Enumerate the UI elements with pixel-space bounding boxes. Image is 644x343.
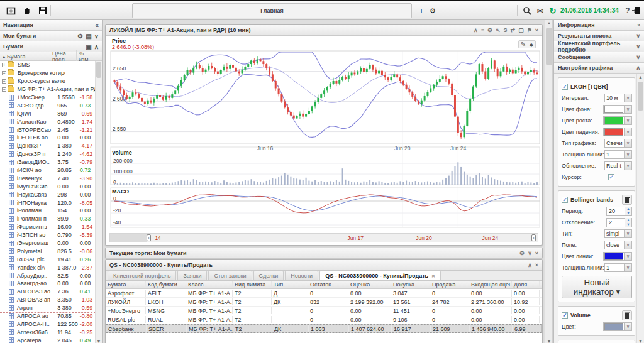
bg-color-select[interactable]: ∨ <box>603 105 632 114</box>
table-row[interactable]: СбербанкSBERМБ ФР: Т+ А1-А..Т2ДК1 0631 4… <box>106 324 542 333</box>
instrument-row[interactable]: iНаукаСвяз2980.00 <box>0 190 96 199</box>
workspace-scrollbar[interactable]: ▲ ▼ <box>545 20 553 343</box>
new-window-icon[interactable] <box>5 4 18 17</box>
price-chart[interactable]: Jun 16Jun 20Jun 242 6502 6002 550Volume2… <box>106 36 542 231</box>
trade-tab[interactable]: Сделки <box>253 271 284 280</box>
my-papers-header[interactable]: Мои бумаги ⚙ ▤ ∨ <box>0 31 102 41</box>
instrument-row[interactable]: Yandex clA1 387.0-2.87 <box>0 263 96 271</box>
instrument-row[interactable]: RUSAL plc19.410.26 <box>0 255 96 263</box>
chart-navigator[interactable]: 14Jun 17Jun 20Jun 24‖‖ <box>109 233 538 242</box>
add-tab-button[interactable]: + <box>415 4 428 17</box>
trade-tab[interactable]: Стоп-заявки <box>208 271 252 280</box>
bollinger-type-select[interactable]: simpl∨ <box>604 229 632 238</box>
mail-icon[interactable]: ✉ <box>534 4 547 17</box>
table-row[interactable]: АэрофлотAFLTМБ ФР: Т+ А1-А..Т2Д00.003 04… <box>106 289 542 298</box>
table-header[interactable]: БумагаКод бумагиКлассВид.лимитаТипОстато… <box>106 281 542 289</box>
table-row[interactable]: +МосЭнергоMSNGМБ ФР: Т+ А1-А..Т200.0011 … <box>106 307 542 315</box>
instrument-row[interactable]: iЧЗПСН ао0.790-5.39 <box>0 231 96 239</box>
instrument-row[interactable]: iЭнергомаш0.000.00 <box>0 239 96 248</box>
refresh-icon[interactable]: ↻ <box>547 4 559 17</box>
trade-window-titlebar[interactable]: QS - NC0038900000 - Купить/Продать ∧ × <box>106 260 542 271</box>
instrument-row[interactable]: Авангрд-ао0.000.00 <box>0 280 96 288</box>
chevron-icon[interactable]: » <box>637 22 640 28</box>
chart-window-titlebar[interactable]: ЛУКОЙЛ [МБ ФР: Т+ А1-Акции, паи и РДР] (… <box>106 25 542 36</box>
tab-settings-icon[interactable]: ⚙ <box>426 4 439 17</box>
trash-icon[interactable] <box>622 310 632 320</box>
instrument-row[interactable]: Polymetal826.5-0.06 <box>0 247 96 255</box>
instrument-row[interactable]: АВТОВАЗ ап3.350-1.03 <box>0 296 96 304</box>
quotes-window-titlebar[interactable]: Текущие торги: Мои бумаги ⚙ ∨ × <box>106 248 542 259</box>
pointer-icon[interactable]: ↖ <box>496 27 501 33</box>
chart-type-select[interactable]: Свечи∨ <box>604 139 632 148</box>
expand-icon[interactable]: + <box>2 71 6 75</box>
line-color-select[interactable]: ∨ <box>603 252 632 261</box>
tree-folder-open[interactable]: −МБ ФР: Т+ А1-Акции, паи и РДР <box>0 85 96 94</box>
gear-icon[interactable]: ⚙ <box>77 33 83 40</box>
cursor-checkbox[interactable]: ✓ <box>608 174 614 180</box>
volume-color-select[interactable]: ∨ <box>603 322 632 331</box>
scroll-down-icon[interactable]: ▼ <box>96 339 102 343</box>
trade-tab[interactable]: Заявки <box>177 271 207 280</box>
tree-folder[interactable]: +Кросс-курсы валют <box>0 77 96 85</box>
add-document-icon[interactable]: ▣ <box>86 43 91 50</box>
instrument-tree[interactable]: +SMS+Брокерские котировки+Кросс-курсы ва… <box>0 61 96 343</box>
instrument-row[interactable]: АВТОВАЗ ао7.360.41 <box>0 288 96 296</box>
line-width-select[interactable]: 1∨ <box>604 150 632 159</box>
instrument-row[interactable]: iГЕОТЕК ао0.000.00 <box>0 134 96 142</box>
style-icon[interactable]: S <box>504 27 508 33</box>
scrollbar-thumb[interactable] <box>638 82 643 111</box>
search-icon[interactable] <box>521 4 533 17</box>
instrument-row[interactable]: АбрауДюр..82.50.00 <box>0 271 96 280</box>
instrument-row[interactable]: Акрон3 380-0.59 <box>0 304 96 312</box>
tab-main[interactable]: Главная <box>132 3 412 18</box>
navigator-handle[interactable]: ‖ <box>147 234 151 241</box>
up-color-select[interactable]: ∨ <box>603 116 632 125</box>
instrument-row[interactable]: iДонскЗР1 380-4.17 <box>0 142 96 150</box>
volume-checkbox[interactable]: ✓ <box>562 312 568 318</box>
chevron-icon[interactable]: ∨ <box>636 54 640 60</box>
chevron-icon[interactable]: ∨ <box>636 33 640 39</box>
down-color-select[interactable]: ∨ <box>603 128 632 136</box>
chevron-up-icon[interactable]: ∧ <box>94 43 99 50</box>
exit-icon[interactable] <box>630 4 642 17</box>
instrument-row[interactable]: iЛевенгук7.40-3.90 <box>0 174 96 182</box>
instrument-row[interactable]: +МосЭнер..1.5560-1.58 <box>0 94 96 102</box>
close-icon[interactable]: × <box>535 27 538 33</box>
section-Информация[interactable]: Информация» <box>554 20 644 31</box>
close-tab-icon[interactable]: ✕ <box>431 274 435 278</box>
instrument-row[interactable]: iИСКЧ ао20.850.72 <box>0 166 96 175</box>
bollinger-checkbox[interactable]: ✓ <box>562 197 568 203</box>
section-Настройки графика[interactable]: Настройки графика∧ <box>554 63 644 74</box>
instrument-row[interactable]: АЛРОСА-Н..122 500-2.00 <box>0 320 96 329</box>
deviation-stepper[interactable]: 2▲▼ <box>606 218 632 227</box>
expand-icon[interactable]: + <box>2 79 6 84</box>
instrument-row[interactable]: iМультиСис0.000.00 <box>0 182 96 190</box>
close-icon[interactable]: × <box>535 250 538 256</box>
scrollbar-thumb[interactable] <box>96 62 101 78</box>
settings-icon[interactable]: ⚙ <box>519 250 525 256</box>
section-Сообщения[interactable]: Сообщения∨ <box>554 52 644 63</box>
tree-folder[interactable]: +Брокерские котировки <box>0 69 96 77</box>
instrument-row[interactable]: АЛРОСА ао70.85-0.80 <box>0 312 96 320</box>
bollinger-width-select[interactable]: 1∨ <box>604 263 632 272</box>
field-select[interactable]: close∨ <box>604 241 632 249</box>
section-Клиентский портфель подробно[interactable]: Клиентский портфель подробно∨ <box>554 41 644 52</box>
trash-icon[interactable] <box>622 195 632 205</box>
collapse-left-icon[interactable]: « <box>95 22 99 29</box>
table-row[interactable]: ЛУКОЙЛLKOHМБ ФР: Т+ А1-А..Т2ДК8322 199 3… <box>106 298 542 307</box>
scroll-down-icon[interactable]: ▼ <box>637 339 644 343</box>
new-indicator-button[interactable]: Новый индикатор ▾ <box>562 276 632 298</box>
instrument-row[interactable]: iQIWI869-0.69 <box>0 109 96 117</box>
instrument-row[interactable]: iВТОРРЕСао2.45-1.21 <box>0 126 96 134</box>
tree-scrollbar[interactable]: ▼ <box>95 61 102 343</box>
instrument-row[interactable]: iРоллман1540.00 <box>0 207 96 215</box>
document-icon[interactable]: ▤ <box>86 33 91 40</box>
collapse-icon[interactable]: − <box>2 87 6 92</box>
chevron-up-icon[interactable]: ∧ <box>528 262 532 268</box>
hand-tool-icon[interactable] <box>21 4 33 17</box>
close-icon[interactable]: × <box>535 262 538 268</box>
chevron-icon[interactable]: ∧ <box>636 65 640 71</box>
tree-folder[interactable]: +SMS <box>0 61 96 69</box>
instrument-row[interactable]: Аптеки36и611.94-0.25 <box>0 328 96 336</box>
instrument-row[interactable]: iФармсинтз16.00-1.54 <box>0 223 96 231</box>
